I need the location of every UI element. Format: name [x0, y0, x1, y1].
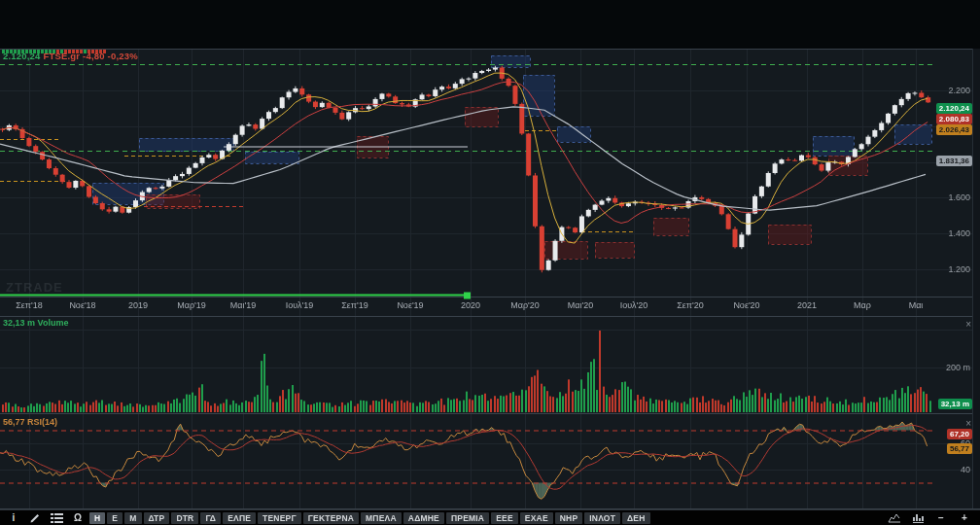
- time-axis-label[interactable]: Μαι'19: [216, 300, 270, 310]
- time-axis-label[interactable]: 2020: [443, 300, 498, 310]
- watchlist-icon[interactable]: [47, 511, 66, 524]
- last-price: 2.120,24: [3, 51, 41, 61]
- volume-value: 32,13 m: [3, 318, 35, 328]
- toolbar-button-ΜΠΕΛΑ[interactable]: ΜΠΕΛΑ: [361, 512, 402, 524]
- time-axis-label[interactable]: Σεπ'18: [2, 300, 56, 310]
- price-change: -4,80: [83, 51, 105, 61]
- rsi-level-badge: 56,77: [947, 443, 972, 454]
- volume-last-badge: 32,13 m: [938, 399, 972, 409]
- symbol-name: FTSE.gr: [43, 51, 80, 61]
- price-level-badge: 2.080,83: [936, 114, 972, 124]
- toolbar-button-Η[interactable]: Η: [89, 512, 105, 524]
- toolbar-button-ΤΕΝΕΡΓ[interactable]: ΤΕΝΕΡΓ: [258, 512, 301, 524]
- time-axis-label[interactable]: Σεπ'19: [328, 300, 382, 310]
- rsi-level-badge: 67,20: [947, 429, 972, 439]
- info-icon[interactable]: i: [4, 511, 23, 524]
- time-axis-label[interactable]: Νοε'19: [383, 300, 438, 310]
- time-axis-label[interactable]: Μαρ: [835, 300, 890, 310]
- time-axis-label[interactable]: Νοε'20: [719, 300, 774, 310]
- toolbar-button-Μ[interactable]: Μ: [124, 512, 141, 524]
- rsi-close-icon[interactable]: ×: [965, 419, 971, 428]
- trading-app-window: 2.120,24 FTSE.gr -4,80 -0,23% ZTRADE 32,…: [0, 0, 980, 525]
- time-axis-label[interactable]: 2021: [780, 300, 834, 310]
- price-level-badge: 2.026,43: [936, 124, 972, 135]
- toolbar-button-ΓΕΚΤΕΡΝΑ[interactable]: ΓΕΚΤΕΡΝΑ: [303, 512, 359, 524]
- rsi-value: 56,77: [3, 417, 25, 427]
- time-axis-label[interactable]: Σεπ'20: [663, 300, 718, 310]
- symbol-legend[interactable]: 2.120,24 FTSE.gr -4,80 -0,23%: [3, 51, 138, 61]
- draw-icon[interactable]: [25, 511, 45, 524]
- time-axis-label[interactable]: Ιουλ'19: [272, 300, 327, 310]
- time-axis-label[interactable]: 2019: [111, 300, 165, 310]
- toolbar-button-ΔΕΗ[interactable]: ΔΕΗ: [622, 512, 650, 524]
- toolbar-button-ΕΛΠΕ[interactable]: ΕΛΠΕ: [223, 512, 256, 524]
- volume-toggle-icon[interactable]: [910, 511, 926, 524]
- time-axis-label[interactable]: Μαρ'19: [164, 300, 219, 310]
- price-tick-label: 1.600: [948, 192, 970, 202]
- price-tick-label: 1.200: [948, 264, 970, 274]
- rsi-legend[interactable]: 56,77 RSI(14): [3, 417, 57, 427]
- toolbar-button-Ε[interactable]: Ε: [107, 512, 122, 524]
- price-chart-canvas[interactable]: [0, 0, 980, 509]
- toolbar-button-ΑΔΜΗΕ[interactable]: ΑΔΜΗΕ: [403, 512, 444, 524]
- time-axis-label[interactable]: Μαι: [889, 300, 943, 310]
- volume-close-icon[interactable]: ×: [965, 320, 971, 329]
- time-axis-label[interactable]: Νοε'18: [55, 300, 110, 310]
- zoom-in-icon[interactable]: +: [957, 511, 972, 524]
- rsi-indicator-name: RSI(14): [27, 417, 57, 427]
- toolbar-button-DTR[interactable]: DTR: [171, 512, 198, 524]
- broker-watermark: ZTRADE: [6, 280, 63, 295]
- toolbar-button-ΝΗΡ[interactable]: ΝΗΡ: [555, 512, 583, 524]
- time-axis-label[interactable]: Μαρ'20: [498, 300, 552, 310]
- volume-tick-label: 200 m: [946, 363, 970, 372]
- toolbar-right-controls: −+: [887, 511, 980, 524]
- volume-legend[interactable]: 32,13 m Volume: [3, 318, 68, 328]
- rsi-tick-label: 40: [961, 465, 970, 474]
- toolbar-button-ΕΧΑΕ[interactable]: ΕΧΑΕ: [520, 512, 553, 524]
- price-level-badge: 1.831,36: [936, 156, 972, 166]
- chart-preview-icon[interactable]: [887, 511, 902, 524]
- volume-indicator-name: Volume: [38, 318, 69, 328]
- price-tick-label: 2.200: [948, 86, 970, 95]
- time-axis-label[interactable]: Ιουλ'20: [607, 300, 661, 310]
- price-tick-label: 1.400: [948, 228, 970, 238]
- price-change-percent: -0,23%: [108, 51, 138, 61]
- bottom-toolbar: iΩΗΕΜΔΤΡDTRΓΔΕΛΠΕΤΕΝΕΡΓΓΕΚΤΕΡΝΑΜΠΕΛΑΑΔΜΗ…: [0, 509, 980, 525]
- zoom-out-icon[interactable]: −: [933, 511, 949, 524]
- toolbar-button-ΕΕΕ[interactable]: ΕΕΕ: [491, 512, 518, 524]
- toolbar-button-ΠΡΕΜΙΑ[interactable]: ΠΡΕΜΙΑ: [446, 512, 489, 524]
- price-level-badge: 2.120,24: [936, 103, 972, 114]
- time-axis-label[interactable]: Μαι'20: [553, 300, 608, 310]
- vertical-scrollbar[interactable]: [972, 49, 980, 508]
- toolbar-button-ΓΔ[interactable]: ΓΔ: [200, 512, 221, 524]
- toolbar-button-ΙΝΛΟΤ[interactable]: ΙΝΛΟΤ: [584, 512, 620, 524]
- toolbar-button-ΔΤΡ[interactable]: ΔΤΡ: [144, 512, 170, 524]
- omega-icon[interactable]: Ω: [68, 511, 88, 524]
